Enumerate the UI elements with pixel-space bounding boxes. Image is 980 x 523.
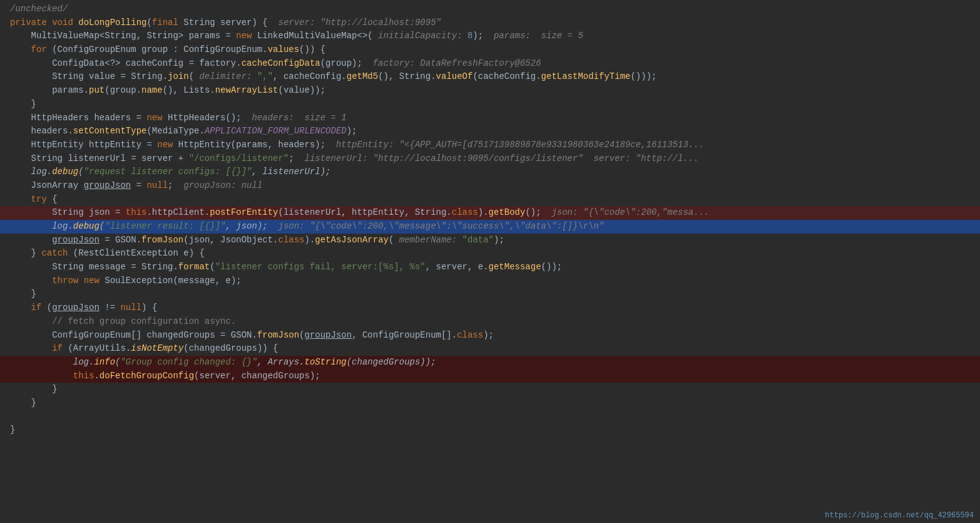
code-text: json: "{\"code\":200,"messa...: [551, 206, 709, 220]
code-text: catch: [41, 247, 73, 261]
code-text: getMessage: [489, 261, 541, 274]
code-text: }: [10, 247, 41, 261]
code-text: 8: [467, 29, 472, 43]
code-text: this: [126, 206, 147, 220]
code-text: [10, 301, 31, 315]
code-line: }: [0, 383, 980, 396]
code-text: (changedGroups)) {: [183, 342, 278, 356]
code-text: = GSON.: [100, 234, 141, 247]
code-text: memberName:: [394, 234, 462, 247]
code-text: debug: [52, 165, 78, 179]
code-text: log.: [10, 356, 94, 370]
code-text: ;: [288, 152, 304, 166]
code-line: String value = String.join( delimiter: "…: [0, 70, 980, 84]
code-text: ).: [478, 206, 489, 220]
code-text: );: [494, 234, 504, 247]
code-text: /unchecked/: [10, 3, 68, 16]
code-text: (: [189, 70, 194, 84]
code-text: (cacheConfig.: [472, 70, 541, 84]
code-text: class: [457, 329, 483, 343]
code-text: );: [347, 125, 357, 138]
code-line: }: [0, 98, 980, 111]
code-text: debug: [73, 220, 100, 234]
code-line: } catch (RestClientException e) {: [0, 247, 980, 261]
code-text: (: [299, 329, 304, 343]
code-text: setContentType: [73, 125, 147, 138]
code-text: HttpEntity httpEntity =: [10, 138, 157, 152]
code-text: String listenerUrl = server +: [10, 152, 189, 166]
code-text: , cacheConfig.: [273, 70, 347, 84]
code-text: ) {: [141, 301, 157, 315]
code-text: ConfigData<?> cacheConfig = factory.: [10, 57, 242, 71]
code-text: ());: [541, 261, 563, 274]
code-text: "listener configs fail, server:[%s], %s": [215, 261, 426, 274]
code-text: listenerUrl: "http://localhost:9095/conf…: [305, 152, 699, 166]
code-line: private void doLongPolling(final String …: [0, 16, 980, 30]
code-line: }: [0, 423, 980, 437]
code-text: "/configs/listener": [189, 152, 289, 166]
code-text: (json, JsonObject.: [183, 234, 278, 247]
code-text: [10, 43, 31, 57]
code-text: if: [52, 342, 68, 356]
code-text: }: [10, 287, 36, 301]
code-text: (: [210, 261, 215, 274]
code-text: .httpClient.: [146, 206, 210, 220]
code-text: ()));: [630, 70, 656, 84]
code-text: (RestClientException e) {: [73, 247, 205, 261]
code-text: (: [115, 356, 120, 370]
code-text: params: size = 5: [494, 29, 583, 43]
code-text: final: [152, 16, 183, 30]
code-line: if (groupJson != null) {: [0, 301, 980, 315]
code-text: // fetch group configuration async.: [10, 315, 236, 329]
code-text: (: [389, 234, 394, 247]
code-text: valueOf: [436, 70, 473, 84]
code-text: groupJson: null: [183, 179, 262, 193]
code-text: (: [47, 301, 52, 315]
code-text: ()) {: [299, 43, 325, 57]
code-text: postForEntity: [210, 206, 278, 220]
code-text: ;: [168, 179, 183, 193]
code-line: String listenerUrl = server + "/configs/…: [0, 152, 980, 166]
code-line: MultiValueMap<String, String> params = n…: [0, 29, 980, 43]
code-text: String value = String.: [10, 70, 168, 84]
code-text: values: [268, 43, 299, 57]
code-text: new: [157, 138, 178, 152]
code-text: (), Lists.: [163, 84, 215, 98]
code-text: private: [10, 16, 52, 30]
code-text: (changedGroups));: [347, 356, 436, 370]
code-text: server: "http://localhost:9095": [278, 16, 441, 30]
code-text: }: [10, 383, 58, 396]
code-text: put: [89, 84, 105, 98]
code-line: HttpEntity httpEntity = new HttpEntity(p…: [0, 138, 980, 152]
code-text: join: [168, 70, 189, 84]
code-text: , ConfigGroupEnum[].: [352, 329, 457, 343]
code-text: initialCapacity:: [373, 29, 467, 43]
code-line: // fetch group configuration async.: [0, 315, 980, 329]
code-text: groupJson: [52, 234, 100, 247]
code-text: ();: [525, 206, 551, 220]
code-text: httpEntity: "<{APP_AUTH=[d7517139889878e…: [336, 138, 704, 152]
code-line: headers.setContentType(MediaType.APPLICA…: [0, 125, 980, 138]
code-text: log.: [10, 165, 52, 179]
code-text: for: [31, 43, 53, 57]
code-line: if (ArrayUtils.isNotEmpty(changedGroups)…: [0, 342, 980, 356]
code-line: /unchecked/: [0, 3, 980, 16]
code-text: groupJson: [305, 329, 352, 343]
code-text: groupJson: [84, 179, 131, 193]
code-text: }: [10, 423, 15, 437]
code-text: (: [78, 165, 83, 179]
code-text: (server, changedGroups);: [194, 370, 320, 383]
code-text: getLastModifyTime: [541, 70, 631, 84]
code-line: ConfigData<?> cacheConfig = factory.cach…: [0, 57, 980, 71]
code-text: json: "{\"code\":200,\"message\":\"succe…: [278, 220, 605, 234]
code-line: String message = String.format("listener…: [0, 261, 980, 274]
code-text: , listenerUrl);: [252, 165, 330, 179]
footer-url: https://blog.csdn.net/qq_42965594: [819, 509, 980, 523]
code-text: , json);: [225, 220, 278, 234]
code-line: JsonArray groupJson = null; groupJson: n…: [0, 179, 980, 193]
code-text: "request listener configs: [{}]": [84, 165, 252, 179]
code-text: }: [10, 98, 36, 111]
code-text: SoulException(message, e);: [105, 274, 241, 288]
code-text: [10, 410, 15, 424]
code-text: "data": [462, 234, 494, 247]
